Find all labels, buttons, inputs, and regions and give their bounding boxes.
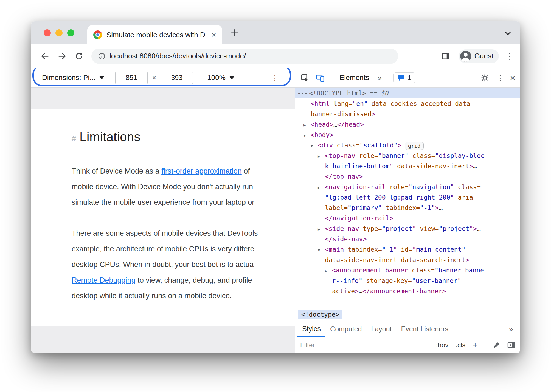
tab-layout[interactable]: Layout [366,321,396,337]
dom-tree-row[interactable]: ▶<top-nav role="banner" class="display-b… [295,150,520,161]
viewport-height-input[interactable] [161,72,193,84]
text-link[interactable]: first-order approximation [161,167,242,175]
paragraph-text: of [242,167,252,175]
styles-filter-input[interactable] [300,341,383,349]
tree-expand-arrow-icon[interactable]: ▶ [318,182,325,193]
tree-expand-arrow-icon[interactable]: ▼ [311,141,318,151]
dom-tree-row[interactable]: data-side-nav-inert data-search-inert> [295,255,520,265]
styles-filter-bar: :hov .cls + [295,337,520,353]
inspect-cursor-icon [301,74,309,82]
tree-expand-arrow-icon[interactable]: ▼ [303,130,311,141]
device-toolbar: Dimensions: Pi... × 100% ⋮ [31,68,295,88]
window-chevron-button[interactable] [504,29,512,37]
dom-tree-row[interactable]: •••<!DOCTYPE html> == $0 [295,88,520,98]
paragraph: Think of Device Mode as a first-order ap… [72,163,295,210]
dom-tree-row[interactable]: ▼<main tabindex="-1" id="main-content" [295,244,520,255]
more-sidebar-tabs-button[interactable]: » [504,321,518,337]
tab-event-listeners[interactable]: Event Listeners [397,321,453,337]
close-window-button[interactable] [44,29,51,36]
tree-expand-arrow-icon[interactable]: ▼ [318,245,325,255]
minimize-window-button[interactable] [55,29,63,36]
dom-tree-row[interactable]: banner-dismissed> [295,109,520,119]
dom-tree-row[interactable]: label="primary" tabindex="-1">… [295,203,520,213]
reload-icon [75,52,83,61]
devtools-close-button[interactable]: × [510,73,515,83]
browser-menu-button[interactable]: ⋮ [505,52,514,60]
breadcrumb-doctype[interactable]: <!doctype> [298,310,342,319]
arrow-left-icon [40,52,50,61]
paragraph-text: desktop CPUs. When in doubt, your best b… [72,260,254,269]
issues-bubble-icon [398,74,405,81]
tab-computed[interactable]: Computed [325,321,366,337]
dom-tree-row[interactable]: </top-nav> [295,171,520,182]
heading-anchor-hash[interactable]: # [72,134,76,143]
tree-expand-arrow-icon[interactable]: ▶ [303,120,311,130]
side-panel-button[interactable] [439,50,452,63]
tab-strip: Simulate mobile devices with D × [31,21,520,44]
new-style-rule-button[interactable]: + [473,341,478,350]
maximize-window-button[interactable] [67,29,74,36]
dimensions-dropdown[interactable]: Dimensions: Pi... [42,73,95,82]
toolbar-divider [330,73,330,82]
devtools-menu-button[interactable]: ⋮ [496,74,504,82]
tab-styles[interactable]: Styles [297,321,325,337]
paragraph-text: simulate the mobile user experience from… [72,198,257,206]
zoom-dropdown[interactable]: 100% [207,73,226,82]
text-link[interactable]: Remote Debugging [72,276,136,284]
inspect-element-button[interactable] [299,72,311,84]
profile-chip[interactable]: Guest [459,49,499,63]
settings-button[interactable] [479,72,491,84]
side-panel-icon [441,52,450,61]
tab-elements[interactable]: Elements [339,73,369,82]
dom-tree-row[interactable]: active>…</announcement-banner> [295,286,520,296]
dom-tree-row[interactable]: ▶<head>…</head> [295,119,520,130]
tree-expand-arrow-icon[interactable]: ▶ [318,224,325,234]
browser-tab[interactable]: Simulate mobile devices with D × [87,25,222,44]
traffic-lights [44,29,74,36]
new-tab-button[interactable] [229,27,240,38]
dom-tree-row[interactable]: ▼<body> [295,130,520,140]
tab-close-icon[interactable]: × [211,31,216,39]
sidebar-pane-tabs: Styles Computed Layout Event Listeners » [295,321,520,337]
issues-badge[interactable]: 1 [393,72,415,83]
paragraph-text: mobile device. With Device Mode you don'… [72,183,255,191]
dock-side-icon[interactable] [507,341,515,349]
dom-tree-row[interactable]: <html lang="en" data-cookies-accepted da… [295,98,520,109]
avatar [460,51,471,62]
back-button[interactable] [39,50,51,63]
tree-expand-arrow-icon[interactable]: ▶ [318,151,325,161]
reload-button[interactable] [73,50,85,63]
chevron-down-icon[interactable] [99,76,104,79]
chrome-favicon [93,30,102,39]
toggle-class-button[interactable]: .cls [456,341,465,349]
paint-brush-icon[interactable] [492,341,500,349]
dom-tree-row[interactable]: k hairline-bottom" data-side-nav-inert>… [295,161,520,171]
dom-tree-row[interactable]: </navigation-rail> [295,213,520,223]
viewport-width-input[interactable] [115,72,148,84]
device-toolbar-toggle-button[interactable] [314,72,326,84]
forward-button[interactable] [56,50,68,63]
toggle-hover-state-button[interactable]: :hov [436,341,448,349]
dom-tree-row[interactable]: ▶<announcement-banner class="banner bann… [295,265,520,275]
more-panels-button[interactable]: » [377,73,382,82]
info-icon[interactable] [98,52,106,60]
url-bar[interactable]: localhost:8080/docs/devtools/device-mode… [91,49,398,64]
tree-expand-arrow-icon[interactable]: ▶ [325,266,332,276]
dom-tree-row[interactable]: </side-nav> [295,234,520,244]
device-toolbar-menu-button[interactable]: ⋮ [271,74,279,82]
devtools-toolbar: Elements » 1 [295,68,520,88]
dom-tree-row[interactable]: ▶<side-nav type="project" view="project"… [295,223,520,234]
browser-navbar: localhost:8080/docs/devtools/device-mode… [31,44,520,68]
dom-tree-row[interactable]: "lg:pad-left-200 lg:pad-right-200" aria- [295,192,520,203]
tab-title: Simulate mobile devices with D [106,31,209,39]
dom-tree-row[interactable]: ▶<navigation-rail role="navigation" clas… [295,182,520,192]
person-icon [460,51,471,62]
toolbar-divider [386,73,386,82]
page-pane: Dimensions: Pi... × 100% ⋮ # Limitation [31,68,295,353]
dom-tree-row[interactable]: r--info" storage-key="user-banner" [295,275,520,286]
plus-icon [230,28,239,38]
grid-badge[interactable]: grid [405,142,424,150]
chevron-down-icon[interactable] [229,76,234,79]
dom-tree-row[interactable]: ▼<div class="scaffold">grid [295,140,520,150]
device-viewport-area: # Limitations Think of Device Mode as a … [31,88,295,353]
